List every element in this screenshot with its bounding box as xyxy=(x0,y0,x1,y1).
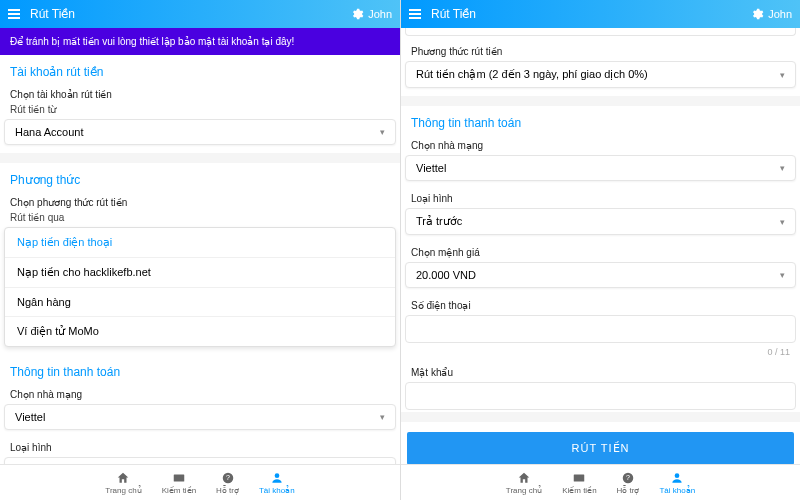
dropdown-method[interactable]: Nạp tiền điện thoại Nạp tiền cho hacklik… xyxy=(4,227,396,347)
chevron-down-icon: ▾ xyxy=(780,70,785,80)
nav-support[interactable]: ? Hỗ trợ xyxy=(617,471,640,495)
select-denomination[interactable]: 20.000 VND ▾ xyxy=(405,262,796,288)
wallet-icon xyxy=(172,471,186,485)
gear-icon[interactable] xyxy=(750,7,764,21)
user-name[interactable]: John xyxy=(768,8,792,20)
body: Để tránh bị mất tiền vui lòng thiết lập … xyxy=(0,28,400,464)
nav-support-label: Hỗ trợ xyxy=(216,486,239,495)
option-phone-topup[interactable]: Nạp tiền điện thoại xyxy=(5,228,395,258)
label-choose-method: Chọn phương thức rút tiền xyxy=(0,193,400,210)
section-account: Tài khoản rút tiền xyxy=(0,55,400,85)
home-icon xyxy=(116,471,130,485)
label-withdraw-from: Rút tiền từ xyxy=(0,102,400,117)
label-password: Mật khẩu xyxy=(401,363,800,380)
chevron-down-icon: ▾ xyxy=(380,412,385,422)
chevron-down-icon: ▾ xyxy=(380,127,385,137)
select-carrier[interactable]: Viettel ▾ xyxy=(4,404,396,430)
select-carrier-value: Viettel xyxy=(15,411,45,423)
svg-point-3 xyxy=(274,473,279,478)
section-payment: Thông tin thanh toán xyxy=(0,355,400,385)
svg-text:?: ? xyxy=(226,474,230,481)
phone-counter: 0 / 11 xyxy=(401,345,800,363)
svg-point-7 xyxy=(675,473,680,478)
bottom-nav: Trang chủ Kiếm tiền ? Hỗ trợ Tài khoản xyxy=(0,464,400,500)
header: Rút Tiền John xyxy=(401,0,800,28)
nav-account[interactable]: Tài khoản xyxy=(259,471,295,495)
svg-text:?: ? xyxy=(626,474,630,481)
nav-support-label: Hỗ trợ xyxy=(617,486,640,495)
user-icon xyxy=(270,471,284,485)
submit-button[interactable]: RÚT TIỀN xyxy=(407,432,794,464)
select-carrier-value: Viettel xyxy=(416,162,446,174)
section-method: Phương thức xyxy=(0,163,400,193)
nav-support[interactable]: ? Hỗ trợ xyxy=(216,471,239,495)
nav-home[interactable]: Trang chủ xyxy=(506,471,542,495)
input-phone[interactable] xyxy=(405,315,796,343)
nav-account-label: Tài khoản xyxy=(659,486,695,495)
label-denomination: Chọn mệnh giá xyxy=(401,243,800,260)
nav-earn[interactable]: Kiếm tiền xyxy=(562,471,596,495)
screen-left: Rút Tiền John Để tránh bị mất tiền vui l… xyxy=(0,0,400,500)
user-name[interactable]: John xyxy=(368,8,392,20)
home-icon xyxy=(517,471,531,485)
select-carrier[interactable]: Viettel ▾ xyxy=(405,155,796,181)
select-type[interactable]: Trả trước ▾ xyxy=(4,457,396,464)
label-type: Loại hình xyxy=(401,189,800,206)
select-denomination-value: 20.000 VND xyxy=(416,269,476,281)
menu-icon[interactable] xyxy=(8,9,24,19)
option-bank[interactable]: Ngân hàng xyxy=(5,288,395,317)
select-method-value: Rút tiền chậm (2 đến 3 ngày, phí giao dị… xyxy=(416,68,648,81)
page-title: Rút Tiền xyxy=(431,7,476,21)
select-account-value: Hana Account xyxy=(15,126,84,138)
screen-right: Rút Tiền John Phương thức rút tiền Rút t… xyxy=(400,0,800,500)
user-icon xyxy=(670,471,684,485)
label-type: Loại hình xyxy=(0,438,400,455)
label-withdraw-via: Rút tiền qua xyxy=(0,210,400,225)
nav-home-label: Trang chủ xyxy=(506,486,542,495)
section-payment: Thông tin thanh toán xyxy=(401,106,800,136)
menu-icon[interactable] xyxy=(409,9,425,19)
label-carrier: Chọn nhà mạng xyxy=(0,385,400,402)
chevron-down-icon: ▾ xyxy=(780,270,785,280)
header: Rút Tiền John xyxy=(0,0,400,28)
option-momo[interactable]: Ví điện tử MoMo xyxy=(5,317,395,346)
page-title: Rút Tiền xyxy=(30,7,75,21)
help-icon: ? xyxy=(621,471,635,485)
partial-box-top xyxy=(405,28,796,36)
input-password[interactable] xyxy=(405,382,796,410)
nav-home[interactable]: Trang chủ xyxy=(105,471,141,495)
option-hacklikefb[interactable]: Nạp tiền cho hacklikefb.net xyxy=(5,258,395,288)
nav-earn-label: Kiếm tiền xyxy=(562,486,596,495)
security-banner[interactable]: Để tránh bị mất tiền vui lòng thiết lập … xyxy=(0,28,400,55)
chevron-down-icon: ▾ xyxy=(780,217,785,227)
nav-account-label: Tài khoản xyxy=(259,486,295,495)
svg-rect-0 xyxy=(174,474,185,481)
label-choose-account: Chọn tài khoản rút tiền xyxy=(0,85,400,102)
select-method[interactable]: Rút tiền chậm (2 đến 3 ngày, phí giao dị… xyxy=(405,61,796,88)
label-carrier: Chọn nhà mạng xyxy=(401,136,800,153)
body: Phương thức rút tiền Rút tiền chậm (2 đế… xyxy=(401,28,800,464)
gear-icon[interactable] xyxy=(350,7,364,21)
help-icon: ? xyxy=(221,471,235,485)
nav-account[interactable]: Tài khoản xyxy=(659,471,695,495)
select-type-value: Trả trước xyxy=(416,215,462,228)
select-account[interactable]: Hana Account ▾ xyxy=(4,119,396,145)
nav-home-label: Trang chủ xyxy=(105,486,141,495)
bottom-nav: Trang chủ Kiếm tiền ? Hỗ trợ Tài khoản xyxy=(401,464,800,500)
nav-earn[interactable]: Kiếm tiền xyxy=(162,471,196,495)
label-phone: Số điện thoại xyxy=(401,296,800,313)
svg-rect-4 xyxy=(574,474,585,481)
label-method: Phương thức rút tiền xyxy=(401,42,800,59)
chevron-down-icon: ▾ xyxy=(780,163,785,173)
nav-earn-label: Kiếm tiền xyxy=(162,486,196,495)
wallet-icon xyxy=(572,471,586,485)
select-type[interactable]: Trả trước ▾ xyxy=(405,208,796,235)
